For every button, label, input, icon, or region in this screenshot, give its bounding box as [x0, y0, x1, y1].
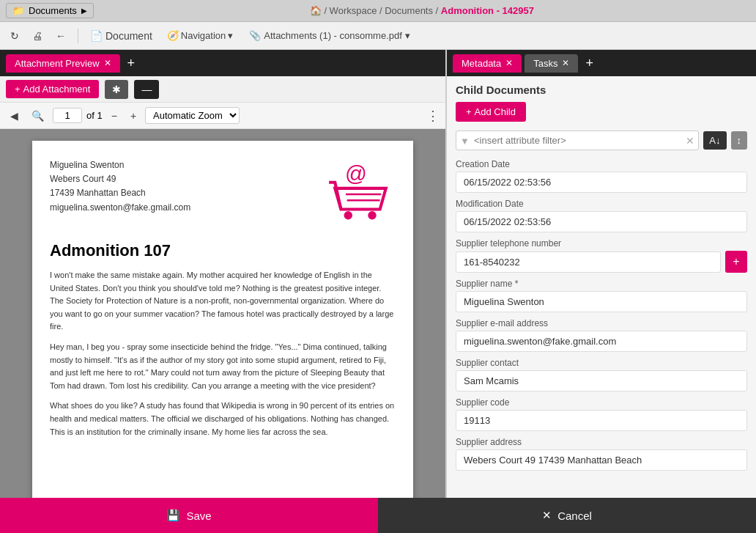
attachment-icon: 📎: [249, 30, 261, 41]
back-button[interactable]: ←: [51, 27, 70, 45]
save-label: Save: [186, 510, 211, 522]
field-add-button-2[interactable]: +: [725, 251, 747, 273]
page-number-input[interactable]: [53, 108, 82, 123]
tasks-tab[interactable]: Tasks ✕: [525, 54, 578, 73]
svg-point-4: [368, 211, 376, 219]
attachments-button[interactable]: 📎 Attachments (1) - consomme.pdf ▾: [243, 27, 416, 44]
back-icon: ←: [56, 30, 66, 42]
metadata-tab-close[interactable]: ✕: [505, 58, 513, 68]
pdf-title: Admonition 107: [50, 241, 396, 260]
plus-icon: +: [15, 84, 21, 95]
tab-label: Attachment Preview: [15, 58, 100, 69]
attachment-preview-tab[interactable]: Attachment Preview ✕: [6, 54, 120, 73]
top-bar: 📁 Documents ▶ 🏠 / Workspace / Documents …: [0, 0, 756, 22]
save-button[interactable]: 💾 Save: [0, 498, 378, 533]
right-panel: Metadata ✕ Tasks ✕ + Child Documents + A…: [447, 50, 756, 498]
address-line4: miguelina.swenton@fake.gmail.com: [50, 201, 190, 215]
address-line3: 17439 Manhattan Beach: [50, 186, 190, 200]
tasks-tab-close[interactable]: ✕: [562, 58, 569, 68]
left-panel: Attachment Preview ✕ + + Add Attachment …: [0, 50, 447, 498]
nav-icon: 🧭: [167, 30, 179, 41]
add-tab-button[interactable]: +: [123, 56, 140, 71]
print-icon: 🖨: [32, 30, 42, 42]
pdf-para2: Hey man, I beg you - spray some insectic…: [50, 341, 396, 392]
chevron-icon: ▶: [81, 7, 87, 15]
pdf-address: Miguelina Swenton Webers Court 49 17439 …: [50, 158, 190, 215]
search-pdf-button[interactable]: 🔍: [27, 108, 48, 124]
navigation-label: Navigation: [181, 30, 226, 41]
doc-icon: 📄: [90, 30, 103, 42]
field-input-1[interactable]: [456, 211, 747, 232]
add-child-plus-icon: +: [466, 106, 472, 117]
pdf-content-area[interactable]: Miguelina Swenton Webers Court 49 17439 …: [0, 129, 445, 498]
svg-point-3: [344, 211, 352, 219]
filter-input[interactable]: [456, 131, 699, 150]
attachments-label: Attachments (1) - consomme.pdf: [264, 30, 402, 41]
field-row-2: +: [456, 251, 747, 273]
field-label-2: Supplier telephone number: [456, 238, 747, 249]
pdf-action-bar: + Add Attachment ✱ —: [0, 76, 445, 103]
sparkle-icon: ✱: [112, 84, 121, 95]
main-area: Attachment Preview ✕ + + Add Attachment …: [0, 50, 756, 498]
address-line1: Miguelina Swenton: [50, 158, 190, 172]
tool2-button[interactable]: —: [134, 80, 159, 99]
field-label-3: Supplier name *: [456, 279, 747, 289]
refresh-icon: ↻: [10, 30, 19, 42]
field-input-7[interactable]: [456, 449, 747, 471]
field-label-5: Supplier contact: [456, 358, 747, 368]
field-label-0: Creation Date: [456, 159, 747, 169]
sort-toggle-icon: ↕: [737, 135, 742, 146]
bottom-bar: 💾 Save ✕ Cancel: [0, 498, 756, 533]
address-line2: Webers Court 49: [50, 172, 190, 186]
nav-prev-button[interactable]: ◀: [6, 108, 23, 124]
cancel-icon: ✕: [542, 509, 552, 522]
filter-clear-button[interactable]: ✕: [686, 135, 694, 147]
add-right-tab-button[interactable]: +: [581, 56, 598, 71]
field-label-4: Supplier e-mail address: [456, 318, 747, 328]
field-input-2[interactable]: [456, 251, 721, 273]
add-attachment-button[interactable]: + Add Attachment: [6, 80, 99, 98]
attach-dropdown-icon: ▾: [405, 30, 410, 41]
field-input-5[interactable]: [456, 370, 747, 392]
pdf-header: Miguelina Swenton Webers Court 49 17439 …: [50, 158, 396, 227]
documents-label: Documents: [29, 5, 77, 16]
document-label: Document: [105, 30, 152, 42]
tab-close-icon[interactable]: ✕: [104, 58, 111, 68]
right-tab-bar: Metadata ✕ Tasks ✕ +: [447, 50, 756, 76]
pdf-more-button[interactable]: ⋮: [426, 108, 440, 124]
navigation-button[interactable]: 🧭 Navigation ▾: [161, 27, 239, 44]
cancel-label: Cancel: [557, 510, 592, 522]
home-icon: 🏠: [310, 5, 322, 16]
field-input-3[interactable]: [456, 291, 747, 312]
sort-toggle-button[interactable]: ↕: [731, 131, 748, 150]
refresh-button[interactable]: ↻: [6, 27, 23, 45]
save-icon: 💾: [166, 509, 180, 522]
cancel-button[interactable]: ✕ Cancel: [378, 498, 756, 533]
field-input-0[interactable]: [456, 172, 747, 193]
document-button[interactable]: 📄 Document: [86, 27, 157, 45]
add-child-button[interactable]: + Add Child: [456, 102, 526, 122]
zoom-in-button[interactable]: +: [126, 108, 141, 124]
pdf-nav-bar: ◀ 🔍 of 1 − + Automatic Zoom 50% 75% 100%…: [0, 103, 445, 129]
field-label-6: Supplier code: [456, 397, 747, 408]
left-tab-bar: Attachment Preview ✕ +: [0, 50, 445, 76]
filter-bar: ▼ ✕ A↓ ↕: [456, 131, 747, 150]
tool1-button[interactable]: ✱: [105, 80, 128, 99]
filter-input-wrap: ▼ ✕: [456, 131, 699, 150]
add-child-label: Add Child: [475, 106, 516, 117]
documents-button[interactable]: 📁 Documents ▶: [6, 3, 94, 18]
right-content[interactable]: Child Documents + Add Child ▼ ✕ A↓ ↕: [447, 76, 756, 498]
sort-az-button[interactable]: A↓: [703, 131, 726, 150]
tasks-tab-label: Tasks: [533, 58, 557, 69]
minus-icon: —: [141, 84, 152, 95]
add-attachment-label: Add Attachment: [23, 84, 91, 95]
pdf-para1: I won't make the same mistake again. My …: [50, 269, 396, 334]
print-button[interactable]: 🖨: [28, 27, 47, 45]
metadata-tab[interactable]: Metadata ✕: [453, 54, 522, 73]
zoom-select[interactable]: Automatic Zoom 50% 75% 100% 125% 150%: [145, 107, 240, 124]
field-input-4[interactable]: [456, 331, 747, 352]
page-total: of 1: [86, 110, 103, 121]
field-input-6[interactable]: [456, 410, 747, 431]
metadata-fields: Creation DateModification DateSupplier t…: [456, 159, 747, 471]
zoom-out-button[interactable]: −: [107, 108, 122, 124]
